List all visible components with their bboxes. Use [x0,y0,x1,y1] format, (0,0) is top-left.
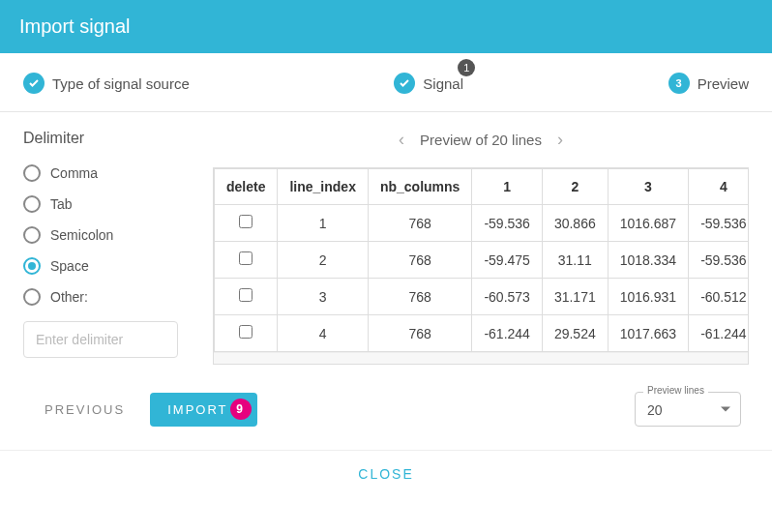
cell-1: -61.244 [472,315,542,352]
chevron-left-icon[interactable]: ‹ [399,130,404,150]
cell-nb-columns: 768 [368,279,471,315]
cell-nb-columns: 768 [368,315,471,352]
table-row: 4768-61.24429.5241017.663-61.244 [215,315,750,352]
cell-3: 1016.687 [608,205,688,242]
cell-nb-columns: 768 [368,242,471,279]
delete-cell [215,205,278,242]
cell-4: -60.512 [689,279,749,315]
cell-3: 1018.334 [608,242,688,279]
check-icon [394,73,415,94]
step-type-of-signal-source[interactable]: Type of signal source [23,73,190,94]
preview-lines-label: Preview lines [643,385,708,396]
col-line-index: line_index [278,169,368,205]
step-preview[interactable]: 3 Preview [668,73,749,94]
step-number-icon: 3 [668,73,690,94]
delimiter-input[interactable] [23,321,178,358]
cell-2: 31.171 [542,279,608,315]
cell-3: 1017.663 [608,315,688,352]
radio-icon [23,195,41,213]
table-row: 3768-60.57331.1711016.931-60.512 [215,279,750,315]
radio-space[interactable]: Space [23,257,203,275]
cell-line-index: 3 [278,279,368,315]
delete-checkbox[interactable] [239,325,252,339]
col-2: 2 [542,169,608,205]
preview-lines-value: 20 [647,402,663,418]
close-button[interactable]: CLOSE [358,466,413,482]
import-count-badge: 9 [230,399,252,420]
col-delete: delete [215,169,278,205]
delete-cell [215,242,278,279]
cell-1: -59.475 [472,242,542,279]
footer: PREVIOUS IMPORT 9 Preview lines 20 [0,370,772,446]
preview-table: delete line_index nb_columns 1 2 3 4 176… [214,168,749,352]
chevron-down-icon [721,407,730,412]
preview-table-scroll[interactable]: delete line_index nb_columns 1 2 3 4 176… [213,167,749,365]
cell-2: 30.866 [542,205,608,242]
cell-nb-columns: 768 [368,205,471,242]
radio-semicolon[interactable]: Semicolon [23,226,203,244]
step-label: Preview [698,75,749,92]
col-3: 3 [608,169,688,205]
delete-checkbox[interactable] [239,288,252,302]
previous-button[interactable]: PREVIOUS [31,393,138,427]
radio-icon [23,164,41,182]
cell-1: -60.573 [472,279,542,315]
cell-4: -59.536 [689,205,749,242]
cell-line-index: 1 [278,205,368,242]
cell-line-index: 2 [278,242,368,279]
preview-title: Preview of 20 lines [420,132,542,148]
radio-label: Space [50,258,89,274]
cell-2: 31.11 [542,242,608,279]
horizontal-scrollbar[interactable] [214,352,748,364]
cell-line-index: 4 [278,315,368,352]
step-signal[interactable]: Signal 1 [394,73,463,94]
cell-3: 1016.931 [608,279,688,315]
preview-lines-select[interactable]: Preview lines 20 [635,392,741,427]
import-label: IMPORT [167,402,227,417]
radio-comma[interactable]: Comma [23,164,203,182]
signal-count-badge: 1 [458,59,475,76]
radio-other[interactable]: Other: [23,288,203,306]
table-row: 1768-59.53630.8661016.687-59.536 [215,205,750,242]
dialog-title: Import signal [19,15,131,37]
dialog-header: Import signal [0,0,772,53]
radio-label: Comma [50,165,98,181]
delimiter-panel: Delimiter Comma Tab Semicolon Space Othe… [23,130,213,365]
close-bar: CLOSE [0,450,772,497]
delete-checkbox[interactable] [239,215,252,228]
cell-4: -61.244 [689,315,749,352]
col-nb-columns: nb_columns [368,169,471,205]
delete-checkbox[interactable] [239,251,252,265]
radio-label: Tab [50,196,73,212]
radio-icon [23,288,41,306]
chevron-right-icon[interactable]: › [557,130,563,150]
delimiter-title: Delimiter [23,130,203,147]
radio-tab[interactable]: Tab [23,195,203,213]
cell-2: 29.524 [542,315,608,352]
import-button[interactable]: IMPORT 9 [150,393,256,427]
stepper: Type of signal source Signal 1 3 Preview [0,53,772,112]
preview-panel: ‹ Preview of 20 lines › delete line_inde… [213,130,749,365]
delete-cell [215,315,278,352]
step-label: Type of signal source [52,75,190,92]
delete-cell [215,279,278,315]
cell-1: -59.536 [472,205,542,242]
step-label: Signal [423,75,463,92]
radio-label: Other: [50,289,88,305]
radio-icon [23,257,41,275]
table-row: 2768-59.47531.111018.334-59.536 [215,242,750,279]
col-4: 4 [689,169,749,205]
radio-label: Semicolon [50,227,113,243]
cell-4: -59.536 [689,242,749,279]
check-icon [23,73,45,94]
col-1: 1 [472,169,542,205]
radio-icon [23,226,41,244]
